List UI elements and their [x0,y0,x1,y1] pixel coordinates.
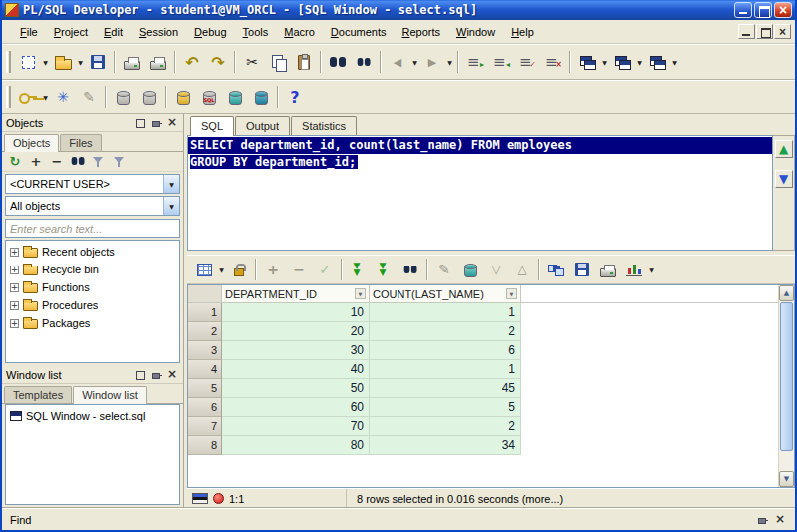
cell-department-id[interactable]: 50 [222,379,370,398]
cell-count[interactable]: 45 [370,379,521,398]
tab-files[interactable]: Files [60,134,101,151]
save-button[interactable] [85,49,111,75]
sort-button[interactable] [111,153,129,170]
comment-button[interactable] [514,49,540,75]
find-button[interactable] [325,49,351,75]
indent-button[interactable] [462,49,488,75]
window-list-item[interactable]: SQL Window - select.sql [8,407,177,424]
find-next-button[interactable] [351,49,377,75]
chart-button[interactable] [621,257,647,282]
sql-window-button[interactable] [196,84,222,110]
uncomment-button[interactable] [540,49,566,75]
next-statement-button[interactable] [775,170,793,188]
logon-button[interactable] [15,84,41,110]
new-button[interactable] [15,49,41,75]
table-row[interactable]: 1 10 1 [188,303,778,322]
undock-icon[interactable] [133,368,147,381]
cell-count[interactable]: 2 [370,417,521,436]
row-number[interactable]: 8 [188,436,222,455]
close-button[interactable] [774,2,792,18]
close-icon[interactable] [165,116,179,129]
search-input[interactable] [6,220,179,237]
menu-item[interactable]: Project [46,23,96,41]
row-number[interactable]: 5 [188,379,222,398]
column-summary-icon[interactable] [355,288,366,299]
commit-button[interactable] [110,84,136,110]
column-header-department-id[interactable]: DEPARTMENT_ID [222,285,370,303]
row-number[interactable]: 2 [188,322,222,341]
pin-icon[interactable] [149,368,163,381]
copy-button[interactable] [265,49,291,75]
chevron-down-icon[interactable] [76,50,85,74]
chevron-down-icon[interactable] [217,258,226,281]
cell-count[interactable]: 6 [370,341,521,360]
tab-objects[interactable]: Objects [4,134,59,152]
menu-item[interactable]: Macro [276,23,323,41]
tab-window-list[interactable]: Window list [73,386,147,404]
cell-count[interactable]: 34 [370,436,521,455]
tab-output[interactable]: Output [235,116,290,135]
delete-record-button[interactable] [286,257,312,282]
tree-item[interactable]: Functions [6,278,179,296]
tree-item[interactable]: Recycle bin [6,261,179,278]
object-filter-combo[interactable]: All objects [5,196,180,216]
undo-button[interactable] [179,49,205,75]
tab-sql[interactable]: SQL [190,116,234,136]
cell-count[interactable]: 1 [370,303,521,322]
chevron-down-icon[interactable] [445,50,454,74]
tree-item[interactable]: Packages [6,314,179,332]
scrollbar-thumb[interactable] [780,302,793,451]
chevron-down-icon[interactable] [410,50,419,74]
insert-record-button[interactable] [260,257,286,282]
fetch-next-page-button[interactable] [346,257,372,282]
table-row[interactable]: 2 20 2 [188,322,778,341]
filter-button[interactable] [90,153,108,170]
menu-item[interactable]: Help [503,23,542,41]
pin-icon[interactable] [755,513,769,526]
chevron-down-icon[interactable] [670,50,679,74]
maximize-button[interactable] [754,2,772,18]
table-row[interactable]: 7 70 2 [188,417,778,436]
print-selection-button[interactable] [145,49,171,75]
lock-button[interactable] [226,257,252,282]
menu-item[interactable]: Edit [96,23,131,41]
undock-icon[interactable] [133,116,147,129]
execute-button[interactable] [170,84,196,110]
expand-icon[interactable] [10,319,19,328]
row-number[interactable]: 3 [188,341,222,360]
cell-department-id[interactable]: 40 [222,360,370,379]
command-window-button[interactable] [248,84,274,110]
sql-editor[interactable]: SELECT department_id, count(last_name) F… [187,135,773,251]
row-number[interactable]: 1 [188,303,222,322]
redo-button[interactable] [205,49,231,75]
find-in-grid-button[interactable] [398,257,423,282]
cascade-windows-button[interactable] [574,49,600,75]
chevron-down-icon[interactable] [647,258,656,281]
back-button[interactable] [385,49,410,75]
table-row[interactable]: 5 50 45 [188,379,778,398]
window-list-button[interactable] [644,49,670,75]
rollback-button[interactable] [136,84,162,110]
user-combo[interactable]: <CURRENT USER> [5,174,180,194]
forward-button[interactable] [419,49,445,75]
cell-department-id[interactable]: 70 [222,417,370,436]
menu-item[interactable]: Tools [235,23,277,41]
cell-count[interactable]: 5 [370,398,521,417]
chevron-down-icon[interactable] [41,85,50,109]
tab-statistics[interactable]: Statistics [291,116,357,135]
menu-item[interactable]: Documents [323,23,395,41]
column-header-count[interactable]: COUNT(LAST_NAME) [370,285,521,303]
configure-button[interactable] [50,84,76,110]
help-button[interactable] [282,84,308,110]
chevron-down-icon[interactable] [163,175,179,193]
test-window-button[interactable] [222,84,248,110]
tree-item[interactable]: Recent objects [6,243,179,261]
row-number[interactable]: 7 [188,417,222,436]
minimize-button[interactable] [734,2,752,18]
menu-item[interactable]: Session [131,23,186,41]
cut-button[interactable] [239,49,265,75]
chevron-down-icon[interactable] [600,50,609,74]
open-button[interactable] [50,49,76,75]
sort-ascending-button[interactable] [509,257,535,282]
expand-icon[interactable] [10,248,19,257]
